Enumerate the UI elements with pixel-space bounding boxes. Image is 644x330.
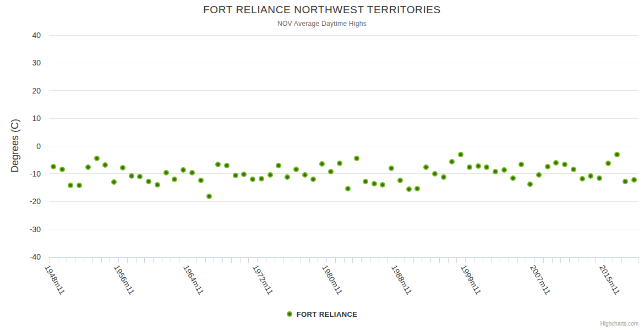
data-point[interactable] [259, 176, 264, 182]
data-point[interactable] [623, 179, 628, 184]
x-axis-tick [483, 257, 483, 263]
x-axis-tick [292, 257, 292, 263]
data-point[interactable] [580, 176, 585, 182]
data-point[interactable] [414, 186, 420, 191]
x-axis-tick [153, 257, 154, 263]
data-point[interactable] [319, 161, 325, 167]
data-point[interactable] [588, 173, 593, 179]
x-axis-tick [560, 257, 561, 263]
x-axis-tick-label: 2015m11 [598, 263, 622, 296]
data-point[interactable] [476, 163, 481, 169]
y-gridline [49, 173, 638, 174]
highcharts-credits-link[interactable]: Highcharts.com [601, 321, 638, 327]
data-point[interactable] [562, 162, 567, 167]
data-point[interactable] [484, 164, 489, 170]
x-axis-tick [49, 257, 50, 263]
legend[interactable]: FORT RELIANCE [0, 309, 644, 319]
data-point[interactable] [102, 162, 108, 168]
data-point[interactable] [571, 167, 576, 172]
data-point[interactable] [129, 173, 134, 179]
data-point[interactable] [276, 163, 281, 168]
x-axis-tick [587, 257, 587, 263]
x-axis-tick [283, 257, 283, 263]
data-point[interactable] [189, 170, 195, 175]
data-point[interactable] [449, 159, 455, 164]
data-point[interactable] [206, 194, 212, 199]
data-point[interactable] [310, 177, 316, 182]
x-axis-tick [301, 257, 301, 263]
data-point[interactable] [155, 182, 160, 188]
x-axis-tick [101, 257, 102, 263]
data-point[interactable] [631, 177, 637, 183]
data-point[interactable] [372, 181, 377, 186]
data-point[interactable] [354, 156, 359, 161]
y-gridline [49, 90, 638, 91]
data-point[interactable] [68, 183, 73, 188]
data-point[interactable] [363, 179, 368, 184]
y-axis-tick-label: 10 [0, 114, 41, 123]
data-point[interactable] [233, 173, 238, 178]
data-point[interactable] [268, 172, 273, 178]
x-axis-tick [231, 257, 232, 263]
data-point[interactable] [423, 164, 429, 170]
data-point[interactable] [501, 167, 507, 173]
data-point[interactable] [536, 172, 542, 178]
x-axis-tick [413, 257, 414, 263]
data-point[interactable] [458, 152, 463, 157]
data-point[interactable] [215, 162, 221, 167]
data-point[interactable] [198, 178, 204, 183]
x-axis-tick-label: 1972m11 [251, 263, 275, 296]
data-point[interactable] [380, 182, 385, 188]
data-point[interactable] [614, 152, 620, 157]
data-point[interactable] [293, 167, 299, 172]
data-point[interactable] [51, 164, 56, 169]
data-point[interactable] [553, 160, 559, 166]
y-axis-tick-label: -30 [0, 225, 41, 234]
data-point[interactable] [597, 175, 602, 181]
x-axis-tick [361, 257, 362, 263]
data-point[interactable] [111, 179, 117, 185]
chart-title: FORT RELIANCE NORTHWEST TERRITORIES [0, 4, 644, 16]
data-point[interactable] [389, 166, 394, 171]
data-point[interactable] [432, 171, 438, 177]
data-point[interactable] [510, 175, 516, 181]
data-point[interactable] [137, 174, 143, 179]
x-axis-tick [110, 257, 110, 263]
data-point[interactable] [163, 170, 169, 175]
data-point[interactable] [302, 172, 308, 178]
data-point[interactable] [545, 164, 550, 169]
data-point[interactable] [77, 183, 82, 188]
data-point[interactable] [337, 161, 342, 166]
x-axis-tick [613, 257, 613, 263]
data-point[interactable] [441, 174, 446, 180]
data-point[interactable] [181, 167, 186, 173]
data-point[interactable] [605, 161, 611, 166]
y-axis-tick-label: -40 [0, 252, 41, 261]
data-point[interactable] [172, 177, 177, 182]
data-point[interactable] [406, 186, 412, 192]
data-point[interactable] [146, 179, 151, 184]
y-axis-tick-label: -10 [0, 169, 41, 178]
y-gridline [49, 118, 638, 119]
x-axis-tick [240, 257, 241, 263]
chart-subtitle: NOV Average Daytime Highs [0, 20, 644, 28]
data-point[interactable] [94, 156, 100, 161]
data-point[interactable] [85, 164, 91, 170]
x-axis-tick-label: 1964m11 [182, 263, 206, 296]
y-axis-tick-label: 40 [0, 31, 41, 40]
data-point[interactable] [250, 177, 255, 182]
x-axis-tick [352, 257, 353, 263]
data-point[interactable] [527, 182, 533, 187]
data-point[interactable] [120, 165, 125, 170]
data-point[interactable] [224, 163, 230, 168]
x-axis-tick [517, 257, 518, 263]
data-point[interactable] [345, 186, 351, 191]
data-point[interactable] [397, 178, 403, 183]
x-axis-tick [439, 257, 440, 263]
data-point[interactable] [328, 169, 334, 174]
data-point[interactable] [241, 172, 247, 177]
data-point[interactable] [59, 167, 65, 172]
data-point[interactable] [285, 174, 290, 180]
data-point[interactable] [467, 164, 472, 170]
data-point[interactable] [519, 162, 524, 167]
